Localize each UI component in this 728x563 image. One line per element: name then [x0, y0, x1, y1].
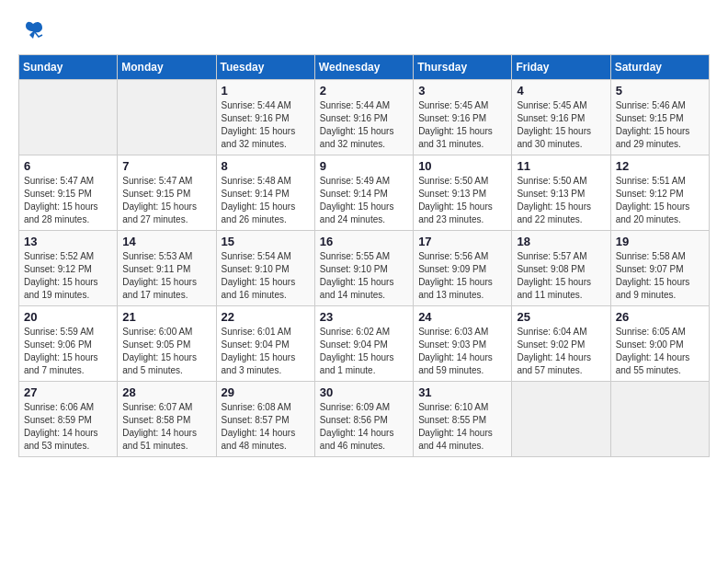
calendar-cell: 13 Sunrise: 5:52 AMSunset: 9:12 PMDaylig… [19, 231, 118, 306]
day-detail: Sunrise: 6:03 AMSunset: 9:03 PMDaylight:… [418, 327, 493, 375]
day-detail: Sunrise: 5:45 AMSunset: 9:16 PMDaylight:… [418, 100, 493, 149]
calendar-table: SundayMondayTuesdayWednesdayThursdayFrid… [18, 54, 710, 457]
day-number: 20 [24, 310, 112, 324]
day-detail: Sunrise: 6:10 AMSunset: 8:55 PMDaylight:… [418, 402, 493, 451]
day-number: 8 [222, 159, 310, 173]
day-number: 29 [222, 385, 310, 399]
day-detail: Sunrise: 6:01 AMSunset: 9:04 PMDaylight:… [222, 327, 296, 375]
day-number: 17 [418, 235, 506, 248]
day-number: 27 [24, 385, 112, 399]
calendar-cell: 12 Sunrise: 5:51 AMSunset: 9:12 PMDaylig… [610, 155, 709, 231]
weekday-header-saturday: Saturday [610, 55, 709, 80]
calendar-cell [610, 382, 709, 457]
calendar-cell: 14 Sunrise: 5:53 AMSunset: 9:11 PMDaylig… [118, 231, 216, 306]
day-number: 15 [222, 235, 310, 248]
calendar-cell: 26 Sunrise: 6:05 AMSunset: 9:00 PMDaylig… [610, 306, 709, 382]
day-number: 21 [122, 310, 210, 324]
calendar-cell: 15 Sunrise: 5:54 AMSunset: 9:10 PMDaylig… [216, 231, 314, 306]
weekday-header-monday: Monday [118, 55, 216, 80]
day-detail: Sunrise: 6:04 AMSunset: 9:02 PMDaylight:… [517, 327, 591, 375]
weekday-header-row: SundayMondayTuesdayWednesdayThursdayFrid… [19, 55, 710, 80]
day-number: 22 [222, 310, 310, 324]
day-detail: Sunrise: 5:49 AMSunset: 9:14 PMDaylight:… [320, 176, 394, 224]
day-number: 19 [616, 235, 704, 248]
calendar-cell: 8 Sunrise: 5:48 AMSunset: 9:14 PMDayligh… [216, 155, 314, 231]
calendar-week-row: 6 Sunrise: 5:47 AMSunset: 9:15 PMDayligh… [19, 155, 710, 231]
calendar-cell: 16 Sunrise: 5:55 AMSunset: 9:10 PMDaylig… [314, 231, 413, 306]
day-detail: Sunrise: 6:09 AMSunset: 8:56 PMDaylight:… [320, 402, 394, 451]
day-number: 25 [517, 310, 605, 324]
day-detail: Sunrise: 5:45 AMSunset: 9:16 PMDaylight:… [517, 100, 591, 149]
calendar-cell: 24 Sunrise: 6:03 AMSunset: 9:03 PMDaylig… [414, 306, 512, 382]
day-number: 23 [320, 310, 408, 324]
day-number: 26 [616, 310, 704, 324]
calendar-cell: 20 Sunrise: 5:59 AMSunset: 9:06 PMDaylig… [19, 306, 118, 382]
calendar-cell: 17 Sunrise: 5:56 AMSunset: 9:09 PMDaylig… [414, 231, 512, 306]
day-detail: Sunrise: 5:50 AMSunset: 9:13 PMDaylight:… [517, 176, 591, 224]
calendar-cell: 1 Sunrise: 5:44 AMSunset: 9:16 PMDayligh… [216, 80, 314, 155]
logo-bird-icon [20, 18, 46, 49]
calendar-cell: 7 Sunrise: 5:47 AMSunset: 9:15 PMDayligh… [118, 155, 216, 231]
calendar-cell: 4 Sunrise: 5:45 AMSunset: 9:16 PMDayligh… [512, 80, 610, 155]
calendar-week-row: 20 Sunrise: 5:59 AMSunset: 9:06 PMDaylig… [19, 306, 710, 382]
calendar-cell: 10 Sunrise: 5:50 AMSunset: 9:13 PMDaylig… [414, 155, 512, 231]
day-number: 7 [122, 159, 210, 173]
day-detail: Sunrise: 5:51 AMSunset: 9:12 PMDaylight:… [616, 176, 690, 224]
day-number: 3 [418, 84, 506, 98]
weekday-header-thursday: Thursday [414, 55, 512, 80]
day-number: 11 [517, 159, 605, 173]
day-number: 1 [222, 84, 310, 98]
day-detail: Sunrise: 5:59 AMSunset: 9:06 PMDaylight:… [24, 327, 98, 375]
day-detail: Sunrise: 5:47 AMSunset: 9:15 PMDaylight:… [122, 176, 197, 224]
day-detail: Sunrise: 5:57 AMSunset: 9:08 PMDaylight:… [517, 251, 591, 300]
day-detail: Sunrise: 5:50 AMSunset: 9:13 PMDaylight:… [418, 176, 493, 224]
day-detail: Sunrise: 5:48 AMSunset: 9:14 PMDaylight:… [222, 176, 296, 224]
calendar-cell: 22 Sunrise: 6:01 AMSunset: 9:04 PMDaylig… [216, 306, 314, 382]
day-detail: Sunrise: 5:55 AMSunset: 9:10 PMDaylight:… [320, 251, 394, 300]
weekday-header-tuesday: Tuesday [216, 55, 314, 80]
calendar-cell: 28 Sunrise: 6:07 AMSunset: 8:58 PMDaylig… [118, 382, 216, 457]
calendar-cell: 30 Sunrise: 6:09 AMSunset: 8:56 PMDaylig… [314, 382, 413, 457]
calendar-cell: 23 Sunrise: 6:02 AMSunset: 9:04 PMDaylig… [314, 306, 413, 382]
day-number: 30 [320, 385, 408, 399]
calendar-cell [19, 80, 118, 155]
day-detail: Sunrise: 6:08 AMSunset: 8:57 PMDaylight:… [222, 402, 296, 451]
day-number: 16 [320, 235, 408, 248]
calendar-cell: 2 Sunrise: 5:44 AMSunset: 9:16 PMDayligh… [314, 80, 413, 155]
day-detail: Sunrise: 6:06 AMSunset: 8:59 PMDaylight:… [24, 402, 98, 451]
calendar-cell: 27 Sunrise: 6:06 AMSunset: 8:59 PMDaylig… [19, 382, 118, 457]
day-detail: Sunrise: 6:02 AMSunset: 9:04 PMDaylight:… [320, 327, 394, 375]
calendar-week-row: 13 Sunrise: 5:52 AMSunset: 9:12 PMDaylig… [19, 231, 710, 306]
calendar-cell: 21 Sunrise: 6:00 AMSunset: 9:05 PMDaylig… [118, 306, 216, 382]
day-detail: Sunrise: 5:44 AMSunset: 9:16 PMDaylight:… [222, 100, 296, 149]
calendar-week-row: 1 Sunrise: 5:44 AMSunset: 9:16 PMDayligh… [19, 80, 710, 155]
calendar-week-row: 27 Sunrise: 6:06 AMSunset: 8:59 PMDaylig… [19, 382, 710, 457]
day-detail: Sunrise: 5:47 AMSunset: 9:15 PMDaylight:… [24, 176, 98, 224]
logo [18, 18, 46, 45]
day-detail: Sunrise: 5:44 AMSunset: 9:16 PMDaylight:… [320, 100, 394, 149]
day-number: 14 [122, 235, 210, 248]
day-number: 9 [320, 159, 408, 173]
day-number: 12 [616, 159, 704, 173]
day-number: 28 [122, 385, 210, 399]
day-detail: Sunrise: 5:53 AMSunset: 9:11 PMDaylight:… [122, 251, 197, 300]
calendar-cell: 31 Sunrise: 6:10 AMSunset: 8:55 PMDaylig… [414, 382, 512, 457]
day-number: 2 [320, 84, 408, 98]
weekday-header-friday: Friday [512, 55, 610, 80]
calendar-cell: 25 Sunrise: 6:04 AMSunset: 9:02 PMDaylig… [512, 306, 610, 382]
day-number: 5 [616, 84, 704, 98]
day-detail: Sunrise: 5:56 AMSunset: 9:09 PMDaylight:… [418, 251, 493, 300]
day-number: 31 [418, 385, 506, 399]
day-detail: Sunrise: 5:58 AMSunset: 9:07 PMDaylight:… [616, 251, 690, 300]
calendar-cell: 19 Sunrise: 5:58 AMSunset: 9:07 PMDaylig… [610, 231, 709, 306]
day-detail: Sunrise: 5:54 AMSunset: 9:10 PMDaylight:… [222, 251, 296, 300]
header [18, 18, 710, 45]
calendar-cell [512, 382, 610, 457]
day-number: 24 [418, 310, 506, 324]
weekday-header-wednesday: Wednesday [314, 55, 413, 80]
calendar-cell: 11 Sunrise: 5:50 AMSunset: 9:13 PMDaylig… [512, 155, 610, 231]
calendar-cell [118, 80, 216, 155]
day-detail: Sunrise: 6:07 AMSunset: 8:58 PMDaylight:… [122, 402, 197, 451]
day-detail: Sunrise: 5:46 AMSunset: 9:15 PMDaylight:… [616, 100, 690, 149]
day-number: 13 [24, 235, 112, 248]
